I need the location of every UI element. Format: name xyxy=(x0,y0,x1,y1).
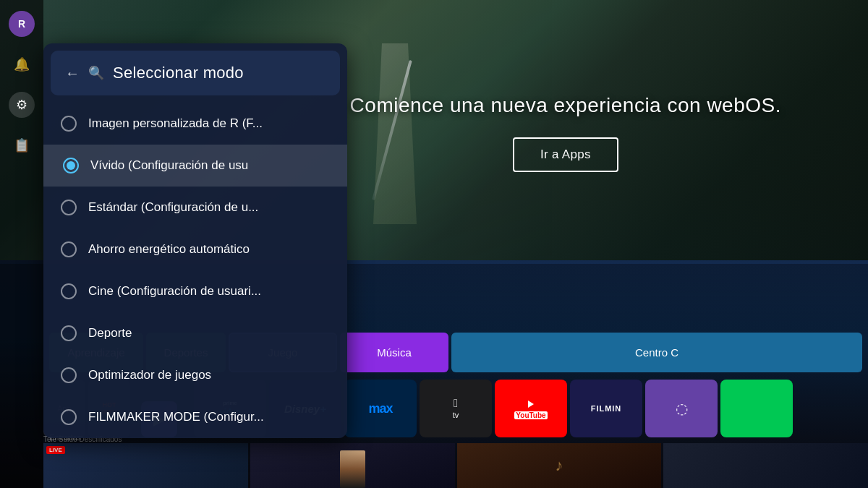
welcome-section: Comience una nueva experiencia con webOS… xyxy=(350,94,781,172)
radio-deporte xyxy=(61,325,77,341)
menu-item-imagen[interactable]: Imagen personalizada de R (F... xyxy=(43,103,347,145)
radio-ahorro xyxy=(61,241,77,257)
app-max[interactable]: max xyxy=(344,380,417,437)
radio-cine xyxy=(61,283,77,299)
thumb-4[interactable] xyxy=(663,443,868,488)
go-to-apps-button[interactable]: Ir a Apps xyxy=(513,137,618,172)
dropdown-title: Seleccionar modo xyxy=(113,64,244,82)
app-twitch[interactable]: ◌ xyxy=(645,380,718,437)
category-centro[interactable]: Centro C xyxy=(451,333,862,372)
content-icon[interactable]: 📋 xyxy=(9,132,35,158)
radio-estandar xyxy=(61,200,77,215)
menu-item-cine[interactable]: Cine (Configuración de usuari... xyxy=(43,270,347,312)
menu-label-imagen: Imagen personalizada de R (F... xyxy=(88,116,263,131)
notification-icon[interactable]: 🔔 xyxy=(9,51,35,77)
app-green[interactable] xyxy=(720,380,793,437)
category-musica[interactable]: Música xyxy=(340,333,448,372)
menu-label-deporte: Deporte xyxy=(88,326,132,341)
settings-icon[interactable]: ⚙ xyxy=(9,92,35,118)
app-apple-tv[interactable]:  tv xyxy=(420,380,492,437)
thumb-concert[interactable]: ♪ xyxy=(457,443,662,488)
live-badge: LIVE xyxy=(46,446,65,454)
back-icon[interactable]: ← xyxy=(65,65,80,82)
menu-item-estandar[interactable]: Estándar (Configuración de u... xyxy=(43,187,347,228)
menu-label-filmmaker: FILMMAKER MODE (Configur... xyxy=(88,410,264,424)
menu-label-vivido: Vívido (Configuración de usu xyxy=(90,158,248,173)
menu-item-optimizador[interactable]: Optimizador de juegos xyxy=(43,354,347,396)
radio-imagen xyxy=(61,116,77,132)
app-filmin[interactable]: FILMIN xyxy=(570,380,642,437)
menu-label-ahorro: Ahorro energético automático xyxy=(88,242,250,257)
menu-item-vivido[interactable]: Vívido (Configuración de usu xyxy=(43,145,347,187)
menu-label-optimizador: Optimizador de juegos xyxy=(88,368,211,382)
menu-item-filmmaker[interactable]: FILMMAKER MODE (Configur... xyxy=(43,396,347,438)
radio-vivido xyxy=(63,158,79,174)
menu-label-cine: Cine (Configuración de usuari... xyxy=(88,284,261,299)
welcome-text: Comience una nueva experiencia con webOS… xyxy=(350,94,781,117)
thumb-movie[interactable] xyxy=(250,443,455,488)
dropdown-header: ← 🔍 Seleccionar modo xyxy=(51,51,340,95)
menu-label-estandar: Estándar (Configuración de u... xyxy=(88,200,258,215)
menu-item-ahorro[interactable]: Ahorro energético automático xyxy=(43,228,347,270)
radio-filmmaker xyxy=(61,409,77,425)
radio-optimizador xyxy=(61,367,77,383)
menu-item-deporte[interactable]: Deporte xyxy=(43,312,347,354)
sidebar: R 🔔 ⚙ 📋 xyxy=(0,0,43,488)
app-youtube[interactable]: YouTube xyxy=(495,380,567,437)
search-icon: 🔍 xyxy=(88,65,104,81)
dropdown-panel: ← 🔍 Seleccionar modo Imagen personalizad… xyxy=(43,43,347,438)
thumbnails-row: LIVE ♪ xyxy=(43,443,868,488)
thumb-live[interactable]: LIVE xyxy=(43,443,248,488)
user-avatar[interactable]: R xyxy=(9,11,35,37)
